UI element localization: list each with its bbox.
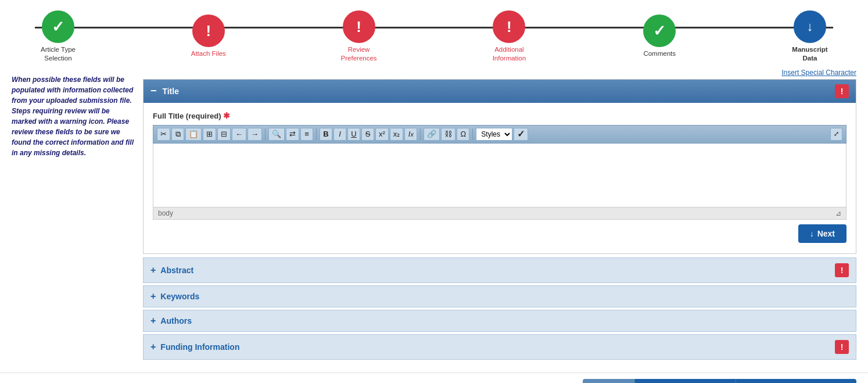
toolbar-divider-2 <box>316 128 317 140</box>
main-content: When possible these fields will be popul… <box>0 69 868 368</box>
title-section: − Title ! Full Title (required) ✱ ✂ ⧉ 📋 … <box>143 79 856 254</box>
checkmark-icon: ✓ <box>52 18 64 36</box>
bottom-bar: ← ← Back Back Save & Submit Later Build … <box>0 373 868 383</box>
insert-special-link[interactable]: Insert Special Character <box>143 69 856 77</box>
step-circle-attach-files: ! <box>192 15 225 47</box>
sidebar-note: When possible these fields will be popul… <box>12 74 134 158</box>
step-circle-review-preferences: ! <box>343 10 375 43</box>
toolbar-divider-3 <box>420 128 421 140</box>
keywords-label: Keywords <box>160 292 199 301</box>
toolbar-search[interactable]: 🔍 <box>268 128 285 141</box>
toolbar-subscript[interactable]: x₂ <box>390 128 404 141</box>
title-header-text: − Title <box>150 85 179 97</box>
next-btn-row: ↓ ↓ Next Next <box>153 220 847 245</box>
funding-warning-icon: ! <box>835 340 849 354</box>
back-button[interactable]: ← ← Back Back <box>583 379 634 383</box>
step-circle-manuscript-data: ↓ <box>794 10 826 43</box>
toolbar-strike[interactable]: S <box>361 128 374 141</box>
toolbar-paste3[interactable]: ⊟ <box>217 128 231 141</box>
step-circle-comments: ✓ <box>643 15 676 47</box>
exclamation-icon-2: ! <box>356 18 361 36</box>
funding-label: Funding Information <box>160 342 239 352</box>
toolbar-expand[interactable]: ⤢ <box>830 128 842 141</box>
next-arrow-icon: ↓ <box>810 229 814 238</box>
toolbar-italic[interactable]: I <box>333 128 346 141</box>
step-label-article-type: Article Type Selection <box>41 45 76 63</box>
title-section-header[interactable]: − Title ! <box>144 80 856 103</box>
authors-section[interactable]: + Authors <box>143 310 856 332</box>
abstract-warning-icon: ! <box>835 263 849 277</box>
title-warning-icon: ! <box>835 84 849 98</box>
exclamation-icon: ! <box>206 22 211 40</box>
toolbar-bold[interactable]: B <box>320 128 332 141</box>
toolbar-special-char[interactable]: Ω <box>457 128 469 141</box>
left-sidebar: When possible these fields will be popul… <box>12 69 134 362</box>
step-circle-additional-info: ! <box>493 10 525 43</box>
funding-expand-icon: + <box>150 342 156 352</box>
progress-line <box>35 27 833 28</box>
toolbar-underline[interactable]: U <box>347 128 360 141</box>
build-pdf-button[interactable]: Build PDF for Approval → <box>736 379 856 383</box>
abstract-expand-icon: + <box>150 265 156 275</box>
step-review-preferences[interactable]: ! Review Preferences <box>336 10 382 63</box>
editor-tag-label: body <box>158 209 173 217</box>
toolbar-redo[interactable]: → <box>248 128 262 141</box>
step-label-manuscript-data: Manuscript Data <box>792 45 827 63</box>
step-label-attach-files: Attach Files <box>191 49 226 58</box>
editor-content-area[interactable] <box>153 144 847 207</box>
toolbar-check[interactable]: ✓ <box>514 128 528 141</box>
required-star: ✱ <box>223 111 230 120</box>
step-label-additional-info: Additional Information <box>493 45 526 63</box>
toolbar-copy[interactable]: ⧉ <box>171 128 184 141</box>
step-manuscript-data[interactable]: ↓ Manuscript Data <box>787 10 833 63</box>
toolbar-divider-4 <box>472 128 473 140</box>
save-submit-later-button[interactable]: Save & Submit Later <box>634 379 735 383</box>
toolbar-source[interactable]: ≡ <box>300 128 313 141</box>
toolbar-unlink[interactable]: ⛓ <box>441 128 455 141</box>
authors-label: Authors <box>160 316 192 325</box>
toolbar-remove-format[interactable]: Ix <box>404 128 417 141</box>
download-icon: ↓ <box>806 19 813 34</box>
authors-expand-icon: + <box>150 316 156 326</box>
step-attach-files[interactable]: ! Attach Files <box>185 15 232 58</box>
progress-steps: ✓ Article Type Selection ! Attach Files … <box>35 10 833 63</box>
styles-dropdown[interactable]: Styles <box>476 128 512 141</box>
editor-toolbar: ✂ ⧉ 📋 ⊞ ⊟ ← → 🔍 ⇄ ≡ B I U S x² <box>153 125 847 144</box>
progress-bar: ✓ Article Type Selection ! Attach Files … <box>0 0 868 69</box>
step-circle-article-type: ✓ <box>42 10 74 43</box>
toolbar-paste[interactable]: 📋 <box>185 128 202 141</box>
keywords-expand-icon: + <box>150 291 156 302</box>
collapse-icon: − <box>150 85 157 96</box>
next-button[interactable]: ↓ ↓ Next Next <box>798 224 847 243</box>
toolbar-link[interactable]: 🔗 <box>424 128 440 141</box>
step-additional-info[interactable]: ! Additional Information <box>486 10 532 63</box>
step-label-review-preferences: Review Preferences <box>341 45 377 63</box>
editor-resize-handle[interactable]: ⊿ <box>835 209 841 217</box>
toolbar-divider-1 <box>265 128 266 140</box>
abstract-section[interactable]: + Abstract ! <box>143 257 856 283</box>
toolbar-cut[interactable]: ✂ <box>157 128 170 141</box>
step-comments[interactable]: ✓ Comments <box>636 15 683 58</box>
abstract-label: Abstract <box>160 266 193 275</box>
keywords-section[interactable]: + Keywords <box>143 285 856 307</box>
exclamation-icon-3: ! <box>507 18 512 36</box>
editor-footer: body ⊿ <box>153 207 847 220</box>
title-section-body: Full Title (required) ✱ ✂ ⧉ 📋 ⊞ ⊟ ← → 🔍 … <box>144 103 856 253</box>
toolbar-paste2[interactable]: ⊞ <box>203 128 216 141</box>
right-area: Insert Special Character − Title ! Full … <box>143 69 856 362</box>
toolbar-replace[interactable]: ⇄ <box>286 128 299 141</box>
funding-section[interactable]: + Funding Information ! <box>143 334 856 360</box>
checkmark-icon-2: ✓ <box>653 22 666 40</box>
full-title-label: Full Title (required) ✱ <box>153 111 847 120</box>
toolbar-undo[interactable]: ← <box>232 128 246 141</box>
step-article-type[interactable]: ✓ Article Type Selection <box>35 10 81 63</box>
step-label-comments: Comments <box>643 49 676 58</box>
toolbar-superscript[interactable]: x² <box>375 128 389 141</box>
